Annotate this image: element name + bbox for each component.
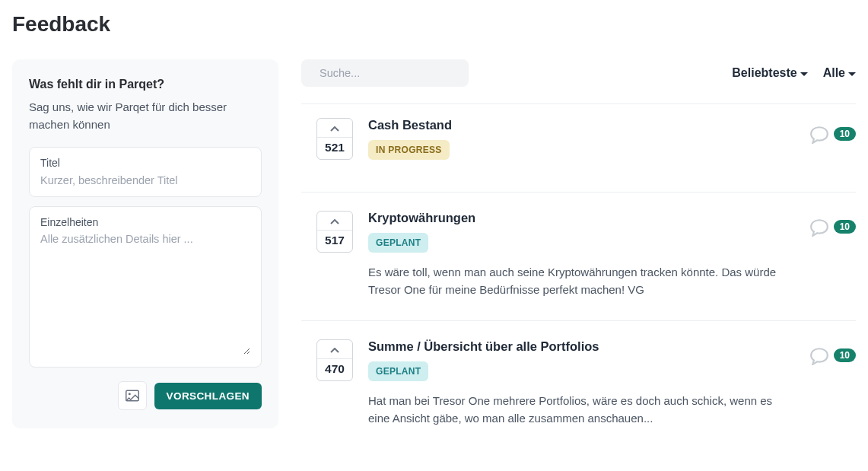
item-body: Cash BestandIN PROGRESS — [368, 118, 794, 170]
item-description: Es wäre toll, wenn man auch seine Krypto… — [368, 263, 794, 299]
chevron-up-icon — [317, 212, 352, 230]
form-heading: Was fehlt dir in Parqet? — [29, 78, 262, 91]
details-field-wrapper: Einzelheiten — [29, 206, 262, 368]
form-subheading: Sag uns, wie wir Parqet für dich besser … — [29, 99, 262, 133]
sort-label: Beliebteste — [732, 66, 796, 80]
details-input[interactable] — [40, 233, 250, 355]
item-title[interactable]: Summe / Übersicht über alle Portfolios — [368, 339, 794, 354]
feedback-item: 521Cash BestandIN PROGRESS10 — [301, 118, 856, 193]
comment-icon — [809, 218, 829, 240]
comment-icon — [809, 126, 829, 147]
image-icon — [126, 390, 139, 402]
vote-button[interactable]: 517 — [316, 211, 353, 253]
status-badge: IN PROGRESS — [368, 140, 450, 160]
sort-dropdown[interactable]: Beliebteste — [732, 66, 807, 80]
comments-indicator[interactable]: 10 — [809, 211, 856, 299]
feedback-item: 517KryptowährungenGEPLANTEs wäre toll, w… — [301, 211, 856, 321]
divider — [301, 103, 856, 104]
title-field-wrapper: Titel — [29, 147, 262, 197]
comment-count: 10 — [834, 127, 856, 141]
title-field-label: Titel — [40, 157, 250, 169]
chevron-down-icon — [800, 72, 808, 76]
item-body: Summe / Übersicht über alle PortfoliosGE… — [368, 339, 794, 428]
chevron-up-icon — [317, 340, 352, 358]
chevron-down-icon — [848, 72, 856, 76]
status-badge: GEPLANT — [368, 361, 428, 381]
vote-count: 517 — [317, 230, 352, 252]
feedback-form: Was fehlt dir in Parqet? Sag uns, wie wi… — [12, 59, 278, 428]
comment-count: 10 — [834, 220, 856, 234]
feedback-item: 470Summe / Übersicht über alle Portfolio… — [301, 339, 856, 449]
vote-button[interactable]: 521 — [316, 118, 353, 160]
search-box[interactable] — [301, 59, 469, 87]
item-description: Hat man bei Tresor One mehrere Portfolio… — [368, 392, 794, 428]
title-input[interactable] — [40, 174, 250, 186]
status-badge: GEPLANT — [368, 233, 428, 253]
chevron-up-icon — [317, 119, 352, 137]
vote-count: 470 — [317, 358, 352, 380]
details-field-label: Einzelheiten — [40, 216, 250, 228]
svg-point-1 — [128, 393, 130, 395]
attach-image-button[interactable] — [118, 381, 147, 410]
search-input[interactable] — [320, 67, 463, 79]
item-title[interactable]: Kryptowährungen — [368, 211, 794, 225]
toolbar: Beliebteste Alle — [301, 59, 856, 87]
page-title: Feedback — [12, 12, 856, 37]
comment-icon — [809, 347, 829, 368]
item-body: KryptowährungenGEPLANTEs wäre toll, wenn… — [368, 211, 794, 299]
vote-count: 521 — [317, 137, 352, 159]
vote-button[interactable]: 470 — [316, 339, 353, 381]
item-title[interactable]: Cash Bestand — [368, 118, 794, 132]
submit-button[interactable]: VORSCHLAGEN — [154, 383, 262, 409]
comments-indicator[interactable]: 10 — [809, 118, 856, 170]
filter-label: Alle — [823, 66, 845, 80]
comment-count: 10 — [834, 348, 856, 362]
filter-dropdown[interactable]: Alle — [823, 66, 856, 80]
comments-indicator[interactable]: 10 — [809, 339, 856, 428]
